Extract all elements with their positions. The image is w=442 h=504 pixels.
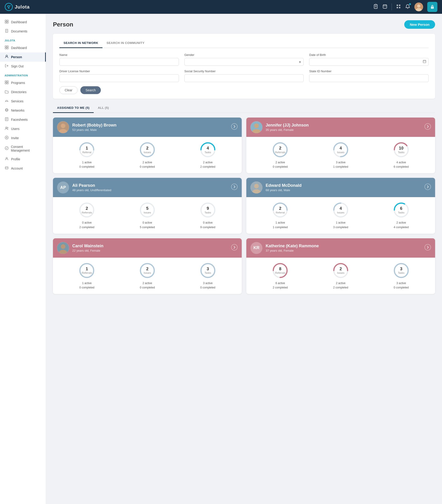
sidebar-item-label: Invite bbox=[11, 136, 19, 140]
grid-icon[interactable] bbox=[396, 4, 401, 10]
sidebar-item-services[interactable]: Services bbox=[0, 97, 46, 106]
stat-completed: 0 completed bbox=[140, 165, 155, 169]
tab-all[interactable]: ALL (5) bbox=[94, 104, 113, 113]
avatar-initials: KR bbox=[250, 242, 262, 254]
card-header[interactable]: Edward McDonald 68 years old, Male bbox=[246, 178, 435, 197]
app-header: Julota bbox=[0, 0, 442, 14]
sidebar-item-consent[interactable]: Consent Management bbox=[0, 143, 46, 155]
stat-completed: 1 completed bbox=[333, 165, 348, 169]
new-person-button[interactable]: New Person bbox=[404, 20, 435, 29]
svg-rect-3 bbox=[375, 4, 376, 5]
state-id-label: State ID Number bbox=[309, 70, 429, 73]
sidebar-item-person[interactable]: Person bbox=[0, 52, 46, 62]
avatar bbox=[57, 242, 69, 254]
stat-completed: 0 completed bbox=[273, 165, 288, 169]
card-name: Katherine (Kate) Rammone bbox=[266, 243, 421, 248]
user-avatar[interactable] bbox=[414, 2, 423, 11]
sidebar-item-dashboard[interactable]: Dashboard bbox=[0, 17, 46, 27]
card-header-info: Katherine (Kate) Rammone 37 years old, F… bbox=[266, 243, 421, 252]
person-card: Carol Wainstein 22 years old, Female 1 R… bbox=[53, 238, 242, 294]
dob-input[interactable] bbox=[309, 58, 429, 66]
sidebar-item-label: Dashboard bbox=[11, 46, 27, 50]
svg-rect-35 bbox=[5, 83, 6, 84]
card-age-gender: 35 years old, Female bbox=[266, 128, 421, 132]
sidebar-item-label: Users bbox=[11, 127, 19, 131]
state-id-input[interactable] bbox=[309, 74, 429, 82]
svg-rect-6 bbox=[383, 5, 387, 8]
card-arrow-icon[interactable] bbox=[231, 123, 238, 131]
svg-point-0 bbox=[5, 3, 12, 11]
stat-completed: 6 completed bbox=[394, 165, 409, 169]
dashboard-icon bbox=[5, 20, 9, 24]
calendar-icon[interactable] bbox=[382, 4, 387, 10]
stat-detail: 1 active 1 completed bbox=[273, 221, 288, 229]
clipboard-icon[interactable] bbox=[373, 4, 378, 10]
card-header[interactable]: Carol Wainstein 22 years old, Female bbox=[53, 238, 242, 258]
card-arrow-icon[interactable] bbox=[424, 244, 431, 252]
card-arrow-icon[interactable] bbox=[231, 244, 238, 252]
svg-rect-28 bbox=[7, 46, 8, 47]
page-title: Person bbox=[53, 21, 73, 28]
stat-completed: 0 completed bbox=[200, 285, 215, 290]
tab-assigned-to-me[interactable]: ASSIGNED TO ME (5) bbox=[53, 104, 94, 113]
card-age-gender: 53 years old, Male bbox=[72, 128, 228, 132]
card-arrow-icon[interactable] bbox=[424, 123, 431, 131]
card-stats: 2 Referral 1 active 1 completed 4 Issues bbox=[246, 197, 435, 233]
sidebar-item-signout[interactable]: Sign Out bbox=[0, 62, 46, 71]
svg-rect-10 bbox=[397, 5, 398, 6]
sidebar-section-julota: JULOTA bbox=[0, 36, 46, 43]
stat-circle: 1 Referral bbox=[78, 141, 95, 158]
sidebar-item-label: Account bbox=[11, 167, 23, 170]
tab-search-in-community[interactable]: SEARCH IN COMMUNITY bbox=[102, 39, 149, 48]
avatar bbox=[57, 121, 69, 133]
card-header-info: Ali Pearson 48 years old, Undifferentiat… bbox=[72, 183, 228, 192]
ssn-input[interactable] bbox=[184, 74, 304, 82]
tab-search-in-network[interactable]: SEARCH IN NETWORK bbox=[59, 39, 102, 48]
sidebar-item-julota-dashboard[interactable]: Dashboard bbox=[0, 43, 46, 52]
stat-circle: 2 Referrals bbox=[78, 202, 95, 218]
gender-select[interactable]: Male Female Undifferentiated bbox=[184, 58, 304, 66]
stat-completed: 0 completed bbox=[79, 285, 94, 290]
bell-icon[interactable] bbox=[405, 4, 410, 10]
header-divider bbox=[392, 3, 392, 10]
stat-detail: 6 active 2 completed bbox=[273, 281, 288, 290]
stat-detail: 1 active 3 completed bbox=[333, 221, 348, 229]
sidebar-item-directories[interactable]: Directories bbox=[0, 87, 46, 97]
sidebar-item-documents[interactable]: Documents bbox=[0, 27, 46, 36]
dl-input[interactable] bbox=[59, 74, 179, 82]
card-arrow-icon[interactable] bbox=[231, 184, 238, 191]
svg-point-86 bbox=[254, 184, 259, 188]
card-arrow-icon[interactable] bbox=[424, 184, 431, 191]
stat-active: 3 active bbox=[394, 281, 409, 285]
header-actions bbox=[373, 2, 437, 12]
avatar bbox=[250, 181, 262, 193]
name-input[interactable] bbox=[59, 58, 179, 66]
networks-icon bbox=[5, 108, 9, 113]
sidebar-item-programs[interactable]: Programs bbox=[0, 78, 46, 87]
clear-button[interactable]: Clear bbox=[59, 86, 78, 94]
stat-completed: 3 completed bbox=[333, 225, 348, 229]
sidebar-item-users[interactable]: Users bbox=[0, 124, 46, 133]
stat-circle: 9 Tasks bbox=[200, 202, 216, 218]
person-card: AP Ali Pearson 48 years old, Undifferent… bbox=[53, 178, 242, 233]
app-logo[interactable]: Julota bbox=[5, 3, 373, 11]
sidebar-item-invite[interactable]: Invite bbox=[0, 133, 46, 143]
sidebar-item-account[interactable]: Account bbox=[0, 164, 46, 173]
card-header[interactable]: Robert (Bobby) Brown 53 years old, Male bbox=[53, 118, 242, 137]
person-card: KR Katherine (Kate) Rammone 37 years old… bbox=[246, 238, 435, 294]
stat-detail: 2 active 0 completed bbox=[140, 160, 155, 169]
main-content: Person New Person SEARCH IN NETWORK SEAR… bbox=[46, 14, 442, 504]
sidebar-item-facesheets[interactable]: Facesheets bbox=[0, 115, 46, 124]
lock-icon[interactable] bbox=[427, 2, 437, 12]
sidebar-item-networks[interactable]: Networks bbox=[0, 106, 46, 115]
stat-active: 6 active bbox=[273, 281, 288, 285]
card-header[interactable]: AP Ali Pearson 48 years old, Undifferent… bbox=[53, 178, 242, 197]
card-header[interactable]: Jennifer (JJ) Johnson 35 years old, Fema… bbox=[246, 118, 435, 137]
stat-item: 4 Tasks 2 active 2 completed bbox=[200, 141, 216, 169]
search-button[interactable]: Search bbox=[80, 86, 101, 94]
stat-item: 2 Issues 2 active 2 completed bbox=[332, 262, 349, 290]
stat-completed: 0 completed bbox=[140, 285, 155, 290]
svg-rect-30 bbox=[7, 48, 8, 49]
card-header[interactable]: KR Katherine (Kate) Rammone 37 years old… bbox=[246, 238, 435, 258]
sidebar-item-profile[interactable]: Profile bbox=[0, 155, 46, 164]
